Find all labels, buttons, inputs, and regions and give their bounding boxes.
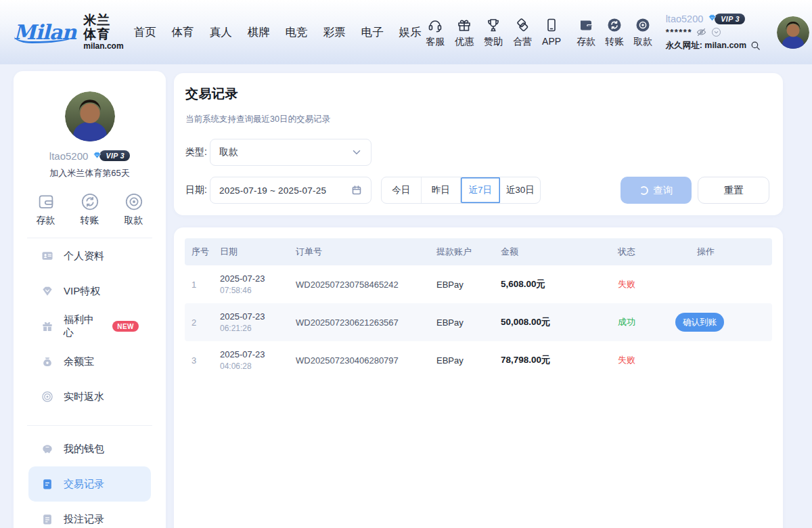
nav-home[interactable]: 首页 bbox=[131, 22, 160, 43]
sponsor-link[interactable]: 赞助 bbox=[483, 17, 504, 48]
row-account: EBPay bbox=[436, 280, 501, 290]
avatar[interactable] bbox=[777, 16, 809, 49]
masked-balance: ****** bbox=[666, 27, 692, 37]
date-range-input[interactable]: 2025-07-19 ~ 2025-07-25 bbox=[210, 177, 371, 204]
trophy-icon bbox=[485, 17, 501, 33]
sidebar-item-rebate[interactable]: 实时返水 bbox=[28, 379, 151, 414]
row-status: 失败 bbox=[618, 278, 689, 290]
table-row: 2 2025-07-23 06:21:26 WD2025072306212635… bbox=[185, 303, 772, 341]
partnership-icon bbox=[514, 17, 531, 33]
sidebar-deposit-label: 存款 bbox=[37, 215, 55, 227]
page-subtitle: 当前系统支持查询最近30日的交易记录 bbox=[185, 114, 330, 125]
col-date: 日期 bbox=[220, 246, 296, 258]
confirm-received-button[interactable]: 确认到账 bbox=[675, 313, 724, 332]
page: Milan 米兰体育 milan.com 首页 体育 真人 棋牌 电竞 彩票 电… bbox=[0, 0, 812, 528]
profile-vip-badge: VIP 3 bbox=[91, 150, 130, 162]
table-row: 1 2025-07-23 07:58:46 WD2025072307584652… bbox=[185, 265, 772, 303]
row-order-no: WD202507230621263567 bbox=[296, 317, 436, 328]
nav-sports[interactable]: 体育 bbox=[168, 22, 198, 43]
brand-logo[interactable]: Milan 米兰体育 milan.com bbox=[14, 14, 124, 51]
sidebar-item-welfare-label: 福利中心 bbox=[64, 313, 103, 339]
sidebar-item-welfare[interactable]: 福利中心 NEW bbox=[28, 309, 151, 344]
header-quick-links: 客服 优惠 赞助 合营 APP bbox=[425, 17, 562, 48]
profile-username: ltao5200 bbox=[49, 150, 89, 162]
page-title: 交易记录 bbox=[185, 85, 238, 103]
sponsor-label: 赞助 bbox=[484, 36, 503, 48]
nav-live[interactable]: 真人 bbox=[206, 22, 235, 43]
app-link[interactable]: APP bbox=[541, 17, 562, 48]
main-content: 交易记录 当前系统支持查询最近30日的交易记录 类型: 取款 日期: 2025-… bbox=[174, 73, 783, 528]
sidebar-item-transactions[interactable]: 交易记录 bbox=[28, 466, 151, 502]
promo-label: 优惠 bbox=[455, 36, 474, 48]
search-button[interactable]: 查询 bbox=[621, 177, 692, 204]
col-index: 序号 bbox=[191, 246, 220, 258]
sidebar-item-profile[interactable]: 个人资料 bbox=[28, 238, 151, 273]
sidebar-item-yuebao[interactable]: 余额宝 bbox=[28, 344, 151, 379]
preset-today[interactable]: 今日 bbox=[382, 177, 422, 203]
sidebar-item-vip[interactable]: VIP特权 bbox=[28, 273, 151, 309]
preset-last7days[interactable]: 近7日 bbox=[461, 177, 501, 203]
row-amount: 5,608.00元 bbox=[501, 278, 618, 290]
sidebar-deposit-action[interactable]: 存款 bbox=[35, 192, 56, 227]
transfer-icon bbox=[606, 17, 623, 33]
smartphone-icon bbox=[543, 17, 560, 33]
promo-link[interactable]: 优惠 bbox=[454, 17, 475, 48]
partner-link[interactable]: 合营 bbox=[512, 17, 533, 48]
date-filter-row: 日期: 2025-07-19 ~ 2025-07-25 今日 昨日 近7日 近3… bbox=[185, 177, 541, 204]
magnifier-icon[interactable] bbox=[750, 40, 761, 51]
top-header: Milan 米兰体育 milan.com 首页 体育 真人 棋牌 电竞 彩票 电… bbox=[0, 0, 812, 64]
transfer-label: 转账 bbox=[605, 36, 624, 48]
withdraw-link[interactable]: 取款 bbox=[633, 17, 654, 48]
sidebar-item-vip-label: VIP特权 bbox=[64, 285, 100, 298]
vip-gem-icon bbox=[706, 13, 718, 24]
service-link[interactable]: 客服 bbox=[425, 17, 446, 48]
sidebar: ltao5200 VIP 3 加入米兰体育第65天 存款 转账 取款 bbox=[14, 71, 166, 528]
id-card-icon bbox=[41, 249, 54, 263]
logo-script-text: Milan bbox=[14, 20, 78, 44]
date-range-presets: 今日 昨日 近7日 近30日 bbox=[381, 177, 541, 204]
row-amount: 78,798.00元 bbox=[501, 354, 618, 366]
type-select-value: 取款 bbox=[219, 146, 238, 158]
nav-slots[interactable]: 电子 bbox=[358, 22, 387, 43]
username[interactable]: ltao5200 bbox=[666, 14, 704, 24]
sidebar-withdraw-label: 取款 bbox=[125, 215, 143, 227]
table-header-row: 序号 日期 订单号 提款账户 金额 状态 操作 bbox=[185, 238, 772, 265]
header-wallet-links: 存款 转账 取款 bbox=[576, 17, 654, 48]
nav-lottery[interactable]: 彩票 bbox=[320, 22, 349, 43]
sidebar-item-yuebao-label: 余额宝 bbox=[64, 355, 94, 368]
transfer-link[interactable]: 转账 bbox=[604, 17, 625, 48]
balance-dropdown-icon[interactable] bbox=[710, 26, 722, 38]
row-status: 失败 bbox=[618, 354, 689, 366]
row-account: EBPay bbox=[436, 317, 501, 328]
gift-icon bbox=[456, 17, 472, 33]
eye-off-icon[interactable] bbox=[696, 26, 707, 38]
deposit-link[interactable]: 存款 bbox=[576, 17, 597, 48]
wallet-icon bbox=[36, 192, 56, 212]
sidebar-menu-primary: 个人资料 VIP特权 福利中心 NEW 余额宝 实时返水 bbox=[14, 238, 166, 414]
new-badge: NEW bbox=[112, 321, 139, 332]
reset-button[interactable]: 重置 bbox=[698, 177, 769, 204]
nav-board-games[interactable]: 棋牌 bbox=[244, 22, 273, 43]
profile-username-row: ltao5200 VIP 3 bbox=[14, 150, 166, 162]
loading-spinner-icon bbox=[639, 186, 648, 195]
service-label: 客服 bbox=[426, 36, 445, 48]
withdraw-coin-icon bbox=[635, 17, 651, 33]
type-select[interactable]: 取款 bbox=[210, 139, 371, 166]
row-action: 确认到账 bbox=[689, 313, 772, 332]
preset-yesterday[interactable]: 昨日 bbox=[422, 177, 461, 203]
sidebar-transfer-action[interactable]: 转账 bbox=[79, 192, 100, 227]
preset-last30days[interactable]: 近30日 bbox=[501, 177, 541, 203]
gem-icon bbox=[41, 284, 54, 298]
vip-badge: VIP 3 bbox=[706, 13, 745, 24]
profile-avatar[interactable] bbox=[65, 91, 115, 141]
sidebar-item-bets[interactable]: 投注记录 bbox=[28, 502, 151, 528]
nav-esports[interactable]: 电竞 bbox=[282, 22, 311, 43]
col-amount: 金额 bbox=[501, 246, 618, 258]
sidebar-withdraw-action[interactable]: 取款 bbox=[123, 192, 144, 227]
row-account: EBPay bbox=[436, 355, 501, 366]
sidebar-item-wallet[interactable]: 我的钱包 bbox=[28, 431, 151, 466]
user-info-block: ltao5200 VIP 3 ****** 永久网址: milan.com bbox=[666, 13, 769, 51]
date-label: 日期: bbox=[185, 184, 210, 196]
nav-entertainment[interactable]: 娱乐 bbox=[396, 22, 425, 43]
row-index: 3 bbox=[191, 355, 220, 366]
